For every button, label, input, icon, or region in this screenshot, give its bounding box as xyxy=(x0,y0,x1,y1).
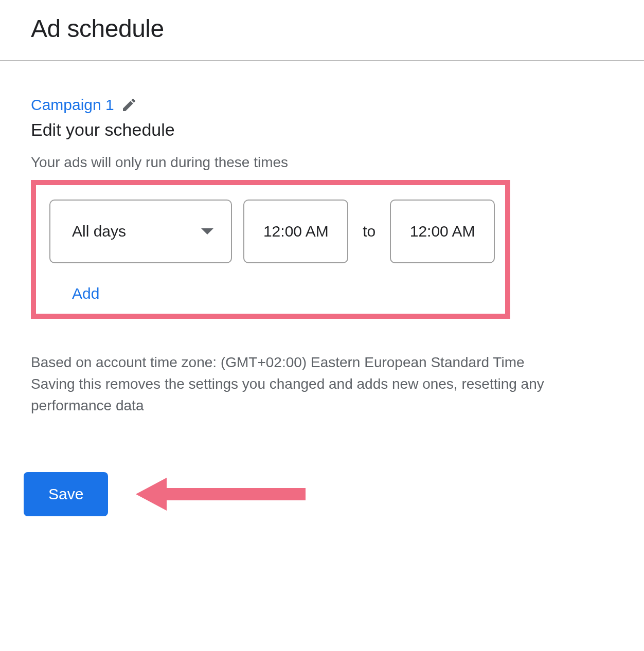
schedule-row: All days 12:00 AM to 12:00 AM xyxy=(49,200,495,263)
campaign-row: Campaign 1 xyxy=(31,96,613,114)
timezone-info: Based on account time zone: (GMT+02:00) … xyxy=(31,352,597,373)
page-title: Ad schedule xyxy=(31,14,644,43)
campaign-name-link[interactable]: Campaign 1 xyxy=(31,96,114,114)
end-time-value: 12:00 AM xyxy=(410,223,475,240)
warning-info: Saving this removes the settings you cha… xyxy=(31,373,597,417)
cancel-button[interactable]: ancel xyxy=(144,485,181,503)
pencil-icon[interactable] xyxy=(120,96,138,114)
chevron-down-icon xyxy=(201,228,213,234)
to-label: to xyxy=(360,223,379,240)
start-time-value: 12:00 AM xyxy=(263,223,329,240)
section-description: Your ads will only run during these time… xyxy=(31,154,613,171)
end-time-input[interactable]: 12:00 AM xyxy=(390,200,495,263)
save-button[interactable]: Save xyxy=(24,472,108,516)
day-dropdown[interactable]: All days xyxy=(49,200,232,263)
button-row: Save ancel xyxy=(24,472,613,516)
schedule-highlight-box: All days 12:00 AM to 12:00 AM Add xyxy=(31,180,510,319)
add-button[interactable]: Add xyxy=(72,285,99,302)
main-content: Campaign 1 Edit your schedule Your ads w… xyxy=(0,61,644,516)
start-time-input[interactable]: 12:00 AM xyxy=(243,200,348,263)
section-title: Edit your schedule xyxy=(31,120,613,140)
day-dropdown-label: All days xyxy=(72,223,126,240)
page-header: Ad schedule xyxy=(0,0,644,61)
